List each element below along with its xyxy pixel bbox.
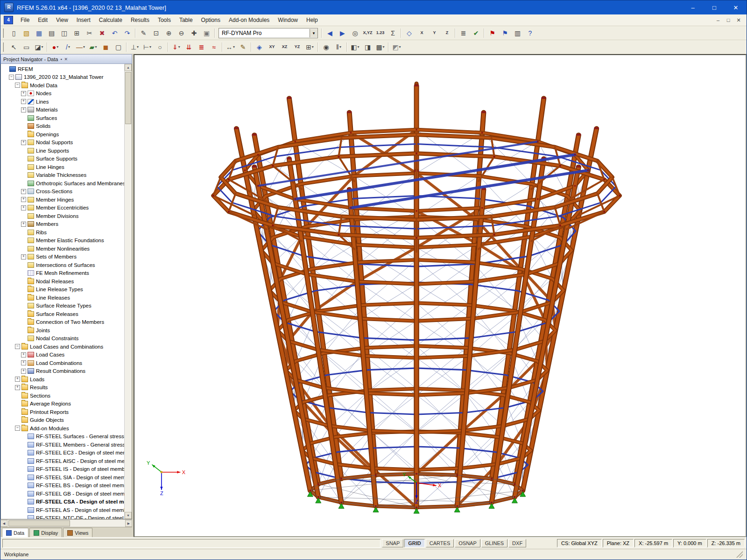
tree-item-line-hinges[interactable]: Line Hinges (1, 163, 124, 171)
pan-button[interactable]: ✚ (188, 28, 200, 39)
tree-item-model-data[interactable]: −Model Data (1, 81, 124, 90)
expand-icon[interactable]: + (21, 189, 26, 194)
chevron-down-icon[interactable]: ▾ (312, 45, 314, 49)
tree-item-rf-steel-ec3-design-of-steel-members[interactable]: RF-STEEL EC3 - Design of steel members (1, 449, 124, 457)
tree-item-rf-steel-ntc-df-design-of-steel-members[interactable]: RF-STEEL NTC-DF - Design of steel member… (1, 514, 124, 519)
expand-icon[interactable]: + (21, 352, 26, 357)
tree-item-results[interactable]: +Results (1, 384, 124, 392)
line-support-button[interactable]: ⊢▾ (141, 42, 154, 53)
menu-options[interactable]: Options (197, 15, 225, 25)
tree-item-variable-thicknesses[interactable]: Variable Thicknesses (1, 171, 124, 180)
select-button[interactable]: ↖ (7, 42, 20, 53)
tab-display[interactable]: Display (29, 528, 62, 537)
tree-item-surface-supports[interactable]: Surface Supports (1, 155, 124, 163)
tree-item-cross-sections[interactable]: +Cross-Sections (1, 188, 124, 196)
tree-item-orthotropic-surfaces-and-membranes[interactable]: Orthotropic Surfaces and Membranes (1, 179, 124, 188)
chevron-down-icon[interactable]: ▾ (149, 45, 151, 49)
dimensions-button[interactable]: ↔▾ (224, 42, 237, 53)
panel-toggle-button[interactable]: ▥ (511, 28, 524, 39)
tree-item-sections[interactable]: Sections (1, 392, 124, 400)
tree-item-nodes[interactable]: +Nodes (1, 90, 124, 98)
object-snap-button[interactable]: ◉ (320, 42, 332, 53)
menu-results[interactable]: Results (127, 15, 154, 25)
tree-item-lines[interactable]: +Lines (1, 98, 124, 106)
tree-item-nodal-supports[interactable]: +Nodal Supports (1, 139, 124, 147)
edit-button[interactable]: ✎ (137, 28, 150, 39)
redo-button[interactable]: ↷ (121, 28, 134, 39)
toggle-osnap[interactable]: OSNAP (455, 539, 480, 547)
toggle-grid[interactable]: GRID (404, 539, 425, 547)
tree-item-guide-objects[interactable]: Guide Objects (1, 416, 124, 425)
viewport[interactable]: XYZXYZ (134, 54, 747, 537)
tree-item-surfaces[interactable]: Surfaces (1, 114, 124, 122)
previous-view-button[interactable]: ◀ (324, 28, 336, 39)
tree-item-solids[interactable]: Solids (1, 122, 124, 131)
expand-icon[interactable]: + (21, 140, 26, 145)
chevron-down-icon[interactable]: ▾ (178, 45, 180, 49)
help-button[interactable]: ? (524, 28, 536, 39)
expand-icon[interactable]: + (21, 205, 26, 210)
maximize-button[interactable]: □ (704, 0, 725, 14)
scroll-left-icon[interactable]: ◀ (0, 520, 7, 527)
minimize-button[interactable]: – (682, 0, 704, 14)
zoom-out-button[interactable]: ⊖ (175, 28, 188, 39)
chevron-down-icon[interactable]: ▾ (339, 45, 341, 49)
scroll-down-icon[interactable]: ▼ (125, 512, 132, 519)
tree-item-sets-of-members[interactable]: +Sets of Members (1, 253, 124, 261)
view-in-x-button[interactable]: X (416, 28, 428, 39)
expand-icon[interactable]: + (21, 99, 26, 104)
menu-help[interactable]: Help (302, 15, 322, 25)
toggle-snap[interactable]: SNAP (382, 539, 403, 547)
tree-item-member-eccentricities[interactable]: +Member Eccentricities (1, 204, 124, 212)
tree-item-connection-of-two-members[interactable]: Connection of Two Members (1, 318, 124, 327)
tree-item-nodal-releases[interactable]: Nodal Releases (1, 277, 124, 286)
tree-item-rf-steel-sia-design-of-steel-members[interactable]: RF-STEEL SIA - Design of steel members (1, 473, 124, 482)
module-combo[interactable]: RF-DYNAM Pro▾ (218, 28, 318, 38)
toolbar-grip[interactable] (3, 42, 5, 52)
tree-item-ribs[interactable]: Ribs (1, 228, 124, 237)
tree-vertical-scrollbar[interactable]: ▲ ▼ (124, 64, 132, 519)
tree-item-loads[interactable]: +Loads (1, 375, 124, 384)
menu-table[interactable]: Table (175, 15, 197, 25)
tree-item-rf-steel-gb-design-of-steel-members[interactable]: RF-STEEL GB - Design of steel members (1, 490, 124, 498)
tree-item-add-on-modules[interactable]: −Add-on Modules (1, 424, 124, 433)
tab-data[interactable]: Data (2, 528, 28, 537)
chevron-down-icon[interactable]: ▾ (358, 45, 359, 49)
expand-icon[interactable]: + (21, 369, 26, 374)
find-object-button[interactable]: ◎ (349, 28, 361, 39)
expand-icon[interactable]: + (21, 222, 26, 227)
chevron-down-icon[interactable]: ▾ (399, 45, 401, 49)
new-surface-button[interactable]: ▰▾ (87, 42, 99, 53)
view-in-y-button[interactable]: Y (428, 28, 441, 39)
menu-view[interactable]: View (52, 15, 72, 25)
tree-item-member-hinges[interactable]: +Member Hinges (1, 196, 124, 204)
expand-icon[interactable]: + (21, 197, 26, 202)
view-in-z-button[interactable]: Z (441, 28, 453, 39)
background-color-button[interactable]: ◩▾ (390, 42, 403, 53)
tree-item-line-releases[interactable]: Line Releases (1, 294, 124, 302)
member-hinge-button[interactable]: ○ (154, 42, 166, 53)
isometric-view-button[interactable]: ◇ (403, 28, 416, 39)
delete-button[interactable]: ✖ (96, 28, 108, 39)
menu-add-on-modules[interactable]: Add-on Modules (225, 15, 274, 25)
select-window-button[interactable]: ▭ (20, 42, 33, 53)
guidelines-button[interactable]: ‖▾ (332, 42, 345, 53)
clipping-planes-button[interactable]: ◨ (361, 42, 374, 53)
tree-item-surface-release-types[interactable]: Surface Release Types (1, 302, 124, 310)
menu-file[interactable]: File (16, 15, 34, 25)
imperfection-button[interactable]: ≈ (208, 42, 220, 53)
calculate-all-button[interactable]: ≣ (457, 28, 470, 39)
tree-item-average-regions[interactable]: Average Regions (1, 400, 124, 408)
expand-icon[interactable]: + (21, 254, 26, 259)
chevron-down-icon[interactable]: ▾ (95, 45, 97, 49)
toggle-dxf[interactable]: DXF (508, 539, 526, 547)
tree-item-rf-steel-aisc-design-of-steel-members[interactable]: RF-STEEL AISC - Design of steel members (1, 457, 124, 465)
tree-item-load-combinations[interactable]: +Load Combinations (1, 359, 124, 367)
model-3d-view[interactable]: XYZXYZ (134, 55, 746, 536)
zoom-window-button[interactable]: ⊡ (150, 28, 162, 39)
mdi-minimize-button[interactable]: – (714, 17, 722, 23)
scrollbar-thumb[interactable] (8, 520, 70, 526)
tree-item-rf-steel-bs-design-of-steel-members[interactable]: RF-STEEL BS - Design of steel members (1, 482, 124, 490)
expand-icon[interactable]: + (21, 91, 26, 96)
toggle-glines[interactable]: GLINES (481, 539, 507, 547)
